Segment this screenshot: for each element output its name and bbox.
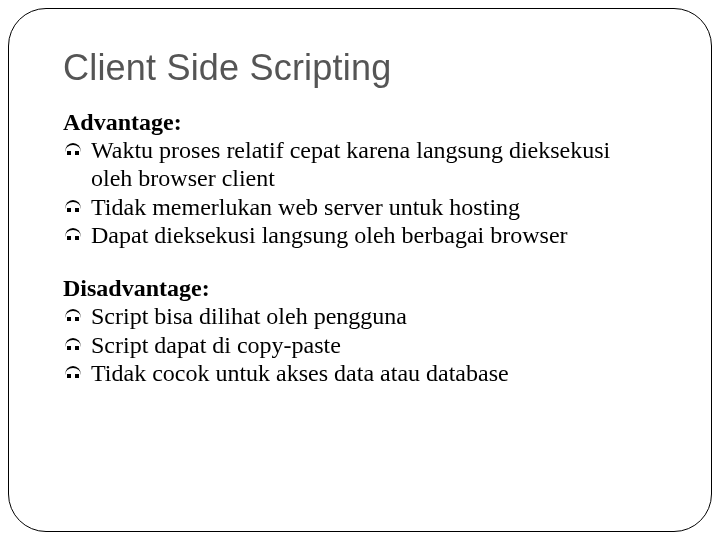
section-heading-advantage: Advantage: (63, 109, 657, 136)
slide-title: Client Side Scripting (63, 47, 657, 89)
slide-frame: Client Side Scripting Advantage: Waktu p… (8, 8, 712, 532)
slide: Client Side Scripting Advantage: Waktu p… (0, 0, 720, 540)
list-item: Waktu proses relatif cepat karena langsu… (63, 136, 657, 193)
list-item: Tidak cocok untuk akses data atau databa… (63, 359, 657, 387)
list-item: Dapat dieksekusi langsung oleh berbagai … (63, 221, 657, 249)
advantage-list: Waktu proses relatif cepat karena langsu… (63, 136, 657, 249)
list-item: Script bisa dilihat oleh pengguna (63, 302, 657, 330)
list-item: Tidak memerlukan web server untuk hostin… (63, 193, 657, 221)
disadvantage-list: Script bisa dilihat oleh pengguna Script… (63, 302, 657, 387)
list-item: Script dapat di copy-paste (63, 331, 657, 359)
section-heading-disadvantage: Disadvantage: (63, 275, 657, 302)
